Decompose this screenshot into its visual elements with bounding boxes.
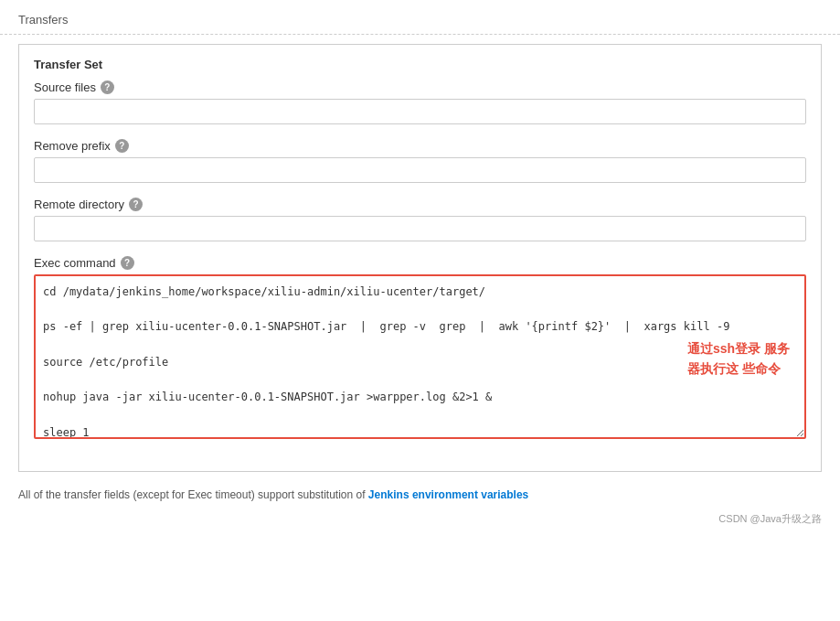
exec-command-label: Exec command ?: [34, 256, 806, 270]
exec-command-group: Exec command ? 通过ssh登录 服务器执行这 些命令: [34, 256, 806, 442]
exec-command-row: 通过ssh登录 服务器执行这 些命令: [34, 274, 806, 442]
remote-directory-help-icon[interactable]: ?: [129, 198, 143, 211]
page-wrapper: Transfers Transfer Set Source files ? Re…: [0, 0, 840, 539]
source-files-group: Source files ?: [34, 80, 806, 124]
jenkins-env-vars-link[interactable]: Jenkins environment variables: [368, 488, 528, 501]
transfer-set-container: Transfer Set Source files ? Remove prefi…: [18, 44, 822, 472]
remote-directory-group: Remote directory ?: [34, 198, 806, 241]
remove-prefix-group: Remove prefix ?: [34, 139, 806, 183]
remove-prefix-label: Remove prefix ?: [34, 139, 806, 153]
footer-note: All of the transfer fields (except for E…: [0, 481, 840, 509]
remote-directory-input[interactable]: [34, 216, 806, 241]
source-files-label: Source files ?: [34, 80, 806, 94]
exec-command-help-icon[interactable]: ?: [121, 256, 134, 270]
transfers-heading: Transfers: [18, 13, 68, 27]
remove-prefix-input[interactable]: [34, 157, 806, 183]
remote-directory-label: Remote directory ?: [34, 198, 806, 211]
transfers-label: Transfers: [0, 9, 840, 35]
watermark: CSDN @Java升级之路: [0, 509, 840, 530]
annotation-box: 通过ssh登录 服务器执行这 些命令: [687, 337, 797, 379]
source-files-input[interactable]: [34, 99, 806, 124]
source-files-help-icon[interactable]: ?: [101, 80, 114, 94]
remove-prefix-help-icon[interactable]: ?: [115, 139, 129, 153]
transfer-set-title: Transfer Set: [34, 58, 806, 71]
